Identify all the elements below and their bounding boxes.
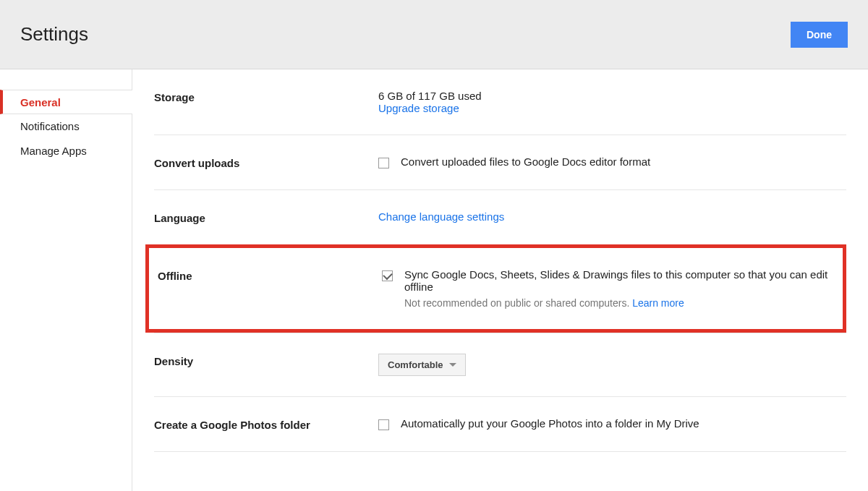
offline-label: Offline [149,268,382,282]
sidebar-item-notifications[interactable]: Notifications [0,114,132,139]
caret-down-icon [449,363,456,367]
offline-row: Sync Google Docs, Sheets, Slides & Drawi… [382,268,835,309]
content: Storage 6 GB of 117 GB used Upgrade stor… [132,69,868,491]
offline-checkbox[interactable] [382,270,393,281]
offline-text: Sync Google Docs, Sheets, Slides & Drawi… [404,268,835,293]
section-photos-folder: Create a Google Photos folder Automatica… [154,396,846,451]
convert-content: Convert uploaded files to Google Docs ed… [378,155,846,168]
photos-row: Automatically put your Google Photos int… [378,417,846,430]
photos-label: Create a Google Photos folder [154,417,378,431]
section-convert-uploads: Convert uploads Convert uploaded files t… [154,135,846,189]
offline-note-text: Not recommended on public or shared comp… [404,297,632,309]
upgrade-storage-link[interactable]: Upgrade storage [378,102,846,114]
section-end-divider [154,451,846,452]
header: Settings Done [0,0,868,69]
body: General Notifications Manage Apps Storag… [0,69,868,491]
offline-learn-more-link[interactable]: Learn more [632,297,684,309]
change-language-link[interactable]: Change language settings [378,210,504,223]
page-title: Settings [20,23,88,46]
sidebar-item-general[interactable]: General [0,90,132,114]
convert-checkbox[interactable] [378,158,389,168]
photos-checkbox[interactable] [378,419,389,430]
photos-content: Automatically put your Google Photos int… [378,417,846,430]
offline-content: Sync Google Docs, Sheets, Slides & Drawi… [382,268,835,309]
section-storage: Storage 6 GB of 117 GB used Upgrade stor… [154,90,846,135]
storage-label: Storage [154,90,378,103]
offline-note: Not recommended on public or shared comp… [404,297,835,309]
density-dropdown[interactable]: Comfortable [378,354,466,376]
storage-usage: 6 GB of 117 GB used [378,90,846,102]
offline-text-wrap: Sync Google Docs, Sheets, Slides & Drawi… [404,268,835,309]
section-density: Density Comfortable [154,333,846,396]
storage-content: 6 GB of 117 GB used Upgrade storage [378,90,846,114]
language-label: Language [154,210,378,224]
sidebar-item-manage-apps[interactable]: Manage Apps [0,139,132,163]
density-label: Density [154,354,378,367]
language-content: Change language settings [378,210,846,223]
sidebar: General Notifications Manage Apps [0,69,132,491]
convert-text: Convert uploaded files to Google Docs ed… [401,155,650,168]
density-content: Comfortable [378,354,846,376]
density-value: Comfortable [388,359,443,370]
section-language: Language Change language settings [154,189,846,244]
photos-text: Automatically put your Google Photos int… [401,417,699,430]
convert-row: Convert uploaded files to Google Docs ed… [378,155,846,168]
done-button[interactable]: Done [791,22,848,48]
convert-label: Convert uploads [154,155,378,169]
section-offline-highlighted: Offline Sync Google Docs, Sheets, Slides… [145,244,846,333]
